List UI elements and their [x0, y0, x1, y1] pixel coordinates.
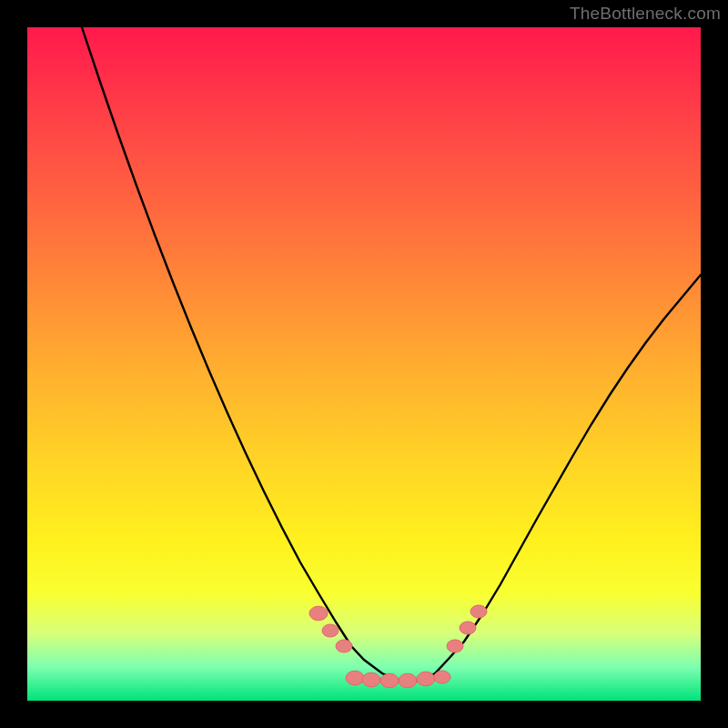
chart-svg	[27, 27, 701, 701]
chart-plot-area	[27, 27, 701, 701]
bottleneck-curve	[82, 27, 701, 681]
curve-marker	[470, 605, 487, 618]
curve-marker	[322, 624, 339, 637]
curve-marker	[346, 671, 364, 685]
curve-marker	[399, 673, 417, 688]
chart-frame: TheBottleneck.com	[0, 0, 728, 728]
curve-marker	[309, 606, 328, 621]
curve-marker	[336, 640, 352, 652]
curve-marker	[460, 622, 476, 634]
curve-marker	[362, 672, 380, 687]
curve-markers	[309, 605, 487, 688]
attribution-label: TheBottleneck.com	[570, 4, 721, 24]
curve-marker	[417, 672, 435, 686]
curve-marker	[447, 640, 463, 652]
curve-marker	[380, 673, 399, 688]
curve-marker	[434, 671, 450, 683]
